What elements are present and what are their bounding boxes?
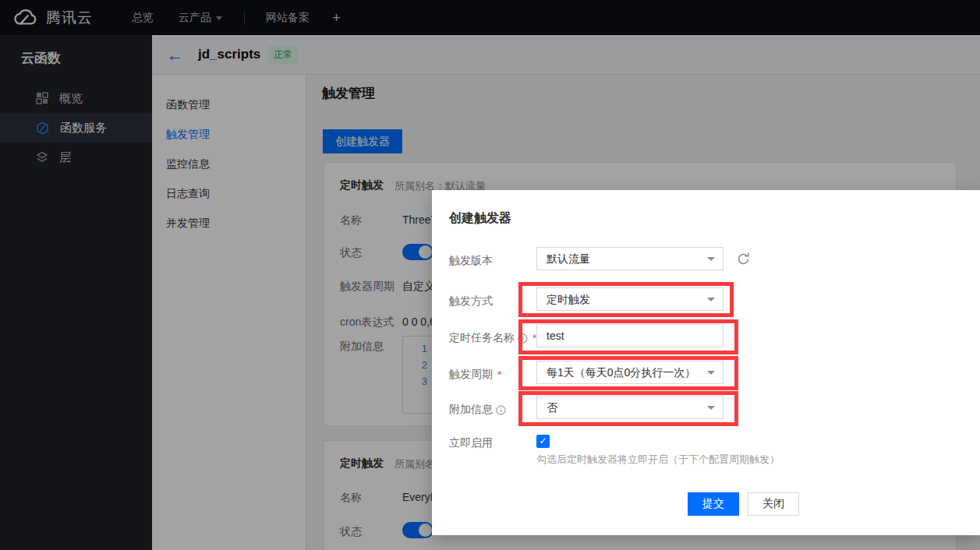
select-trigger-version[interactable]: 默认流量 <box>536 247 724 270</box>
select-trigger-method[interactable]: 定时触发 <box>536 287 724 311</box>
label-trigger-version: 触发版本 <box>449 254 493 268</box>
label-trigger-cycle: 触发周期 * <box>449 368 501 382</box>
info-icon[interactable] <box>518 333 528 344</box>
enable-now-hint: 勾选后定时触发器将立即开启（于下个配置周期触发） <box>536 453 780 467</box>
submit-button[interactable]: 提交 <box>688 492 739 516</box>
label-trigger-method: 触发方式 <box>449 294 493 308</box>
required-asterisk: * <box>497 368 501 381</box>
chevron-down-icon <box>707 371 715 375</box>
info-icon[interactable] <box>496 405 506 415</box>
chevron-down-icon <box>707 406 715 410</box>
select-value: 默认流量 <box>547 252 590 265</box>
label-text: 定时任务名称 <box>449 331 515 345</box>
label-text: 立即启用 <box>449 436 493 450</box>
chevron-down-icon <box>707 257 715 261</box>
task-name-input[interactable] <box>536 324 724 347</box>
label-text: 附加信息 <box>449 403 493 417</box>
select-value: 每1天（每天0点0分执行一次） <box>547 366 695 379</box>
select-trigger-cycle[interactable]: 每1天（每天0点0分执行一次） <box>536 361 724 384</box>
label-extra-info: 附加信息 <box>449 403 506 417</box>
chevron-down-icon <box>707 298 715 301</box>
select-extra-info[interactable]: 否 <box>536 396 724 419</box>
modal-title: 创建触发器 <box>449 210 511 227</box>
select-value: 定时触发 <box>547 293 590 305</box>
label-text: 触发周期 <box>449 368 493 382</box>
label-text: 触发方式 <box>449 294 493 308</box>
refresh-icon[interactable] <box>736 252 751 270</box>
enable-now-checkbox[interactable]: ✓ <box>536 435 550 448</box>
label-task-name: 定时任务名称 * <box>449 331 536 345</box>
close-button[interactable]: 关闭 <box>748 492 799 516</box>
create-trigger-modal: 创建触发器 触发版本 默认流量 触发方式 定时触发 定时任务名称 * <box>432 190 980 535</box>
label-enable-now: 立即启用 <box>449 436 493 450</box>
select-value: 否 <box>547 401 557 414</box>
label-text: 触发版本 <box>449 254 493 268</box>
